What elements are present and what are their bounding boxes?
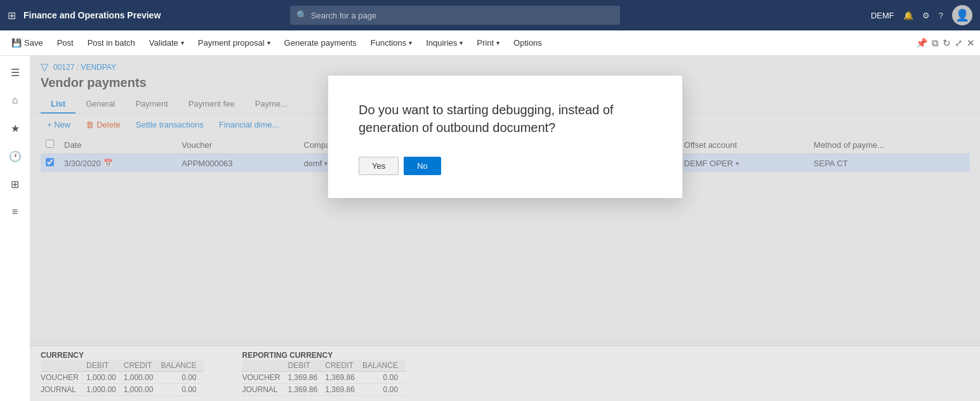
main-layout: ☰ ⌂ ★ 🕐 ⊞ ≡ ▽ 00127 : VENDPAY Vendor pay… [0, 56, 980, 401]
generate-payments-button[interactable]: Generate payments [278, 36, 363, 50]
search-input[interactable] [311, 11, 614, 20]
sidebar-item-workspaces[interactable]: ⊞ [4, 173, 27, 195]
sidebar-item-modules[interactable]: ≡ [4, 201, 27, 223]
app-title: Finance and Operations Preview [23, 10, 161, 20]
modal-buttons: Yes No [359, 157, 652, 175]
validate-button[interactable]: Validate ▾ [143, 36, 190, 50]
functions-button[interactable]: Functions ▾ [364, 36, 418, 50]
notification-icon[interactable]: 🔔 [903, 11, 913, 20]
search-icon: 🔍 [296, 10, 307, 20]
top-navigation: ⊞ Finance and Operations Preview 🔍 DEMF … [0, 0, 980, 30]
post-button[interactable]: Post [51, 36, 80, 50]
debug-modal: Do you want to starting debugging, inste… [328, 75, 683, 199]
refresh-icon[interactable]: ↻ [943, 37, 951, 49]
validate-caret: ▾ [181, 39, 184, 46]
close-icon[interactable]: ✕ [967, 37, 975, 49]
content-area: ▽ 00127 : VENDPAY Vendor payments List G… [30, 56, 980, 401]
inquiries-caret: ▾ [460, 39, 463, 46]
payment-proposal-caret: ▾ [267, 39, 270, 46]
sidebar: ☰ ⌂ ★ 🕐 ⊞ ≡ [0, 56, 30, 401]
payment-proposal-button[interactable]: Payment proposal ▾ [192, 36, 277, 50]
modal-message: Do you want to starting debugging, inste… [359, 101, 652, 136]
save-icon: 💾 [11, 38, 22, 48]
functions-caret: ▾ [409, 39, 412, 46]
print-caret: ▾ [496, 39, 500, 46]
post-in-batch-button[interactable]: Post in batch [81, 36, 142, 50]
search-bar[interactable]: 🔍 [290, 6, 620, 25]
print-button[interactable]: Print ▾ [470, 36, 506, 50]
action-bar-right: 📌 ⧉ ↻ ⤢ ✕ [916, 37, 975, 49]
sidebar-item-home[interactable]: ⌂ [4, 89, 27, 112]
sidebar-item-menu[interactable]: ☰ [4, 61, 27, 84]
yes-button[interactable]: Yes [359, 157, 399, 175]
top-nav-right: DEMF 🔔 ⚙ ? 👤 [871, 5, 972, 25]
no-button[interactable]: No [404, 157, 441, 175]
action-bar: 💾 Save Post Post in batch Validate ▾ Pay… [0, 30, 980, 56]
sidebar-item-recent[interactable]: 🕐 [4, 145, 27, 168]
grid-menu-icon[interactable]: ⊞ [8, 10, 16, 22]
sidebar-item-favorites[interactable]: ★ [4, 117, 27, 140]
avatar[interactable]: 👤 [952, 5, 972, 25]
expand-icon[interactable]: ⤢ [955, 37, 963, 49]
panel-icon[interactable]: ⧉ [932, 37, 939, 49]
help-icon[interactable]: ? [939, 11, 943, 20]
options-button[interactable]: Options [507, 36, 548, 50]
user-label: DEMF [871, 11, 894, 20]
save-button[interactable]: 💾 Save [5, 36, 50, 50]
settings-icon[interactable]: ⚙ [922, 11, 930, 20]
modal-overlay: Do you want to starting debugging, inste… [30, 56, 980, 401]
pin-icon[interactable]: 📌 [916, 37, 928, 49]
inquiries-button[interactable]: Inquiries ▾ [420, 36, 469, 50]
